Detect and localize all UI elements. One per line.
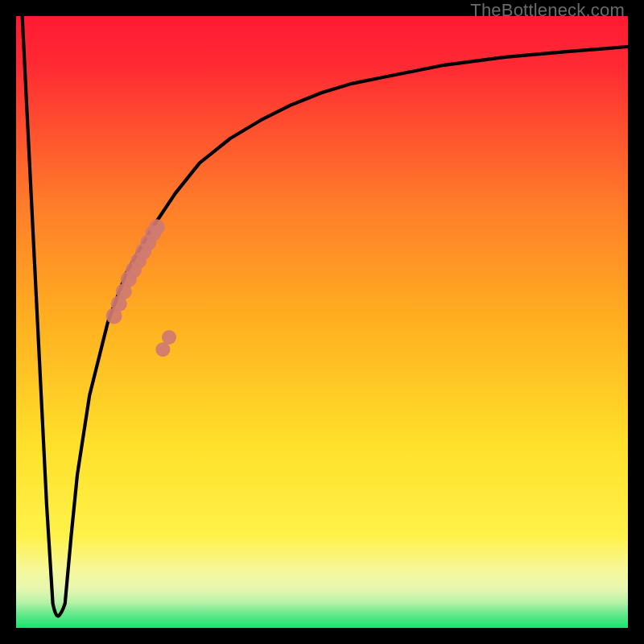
plot-area — [16, 16, 628, 628]
marker-dot — [149, 219, 165, 235]
chart-stage: TheBottleneck.com — [0, 0, 644, 644]
watermark-text: TheBottleneck.com — [470, 0, 625, 21]
highlight-markers — [16, 16, 628, 628]
marker-dot — [162, 330, 176, 345]
